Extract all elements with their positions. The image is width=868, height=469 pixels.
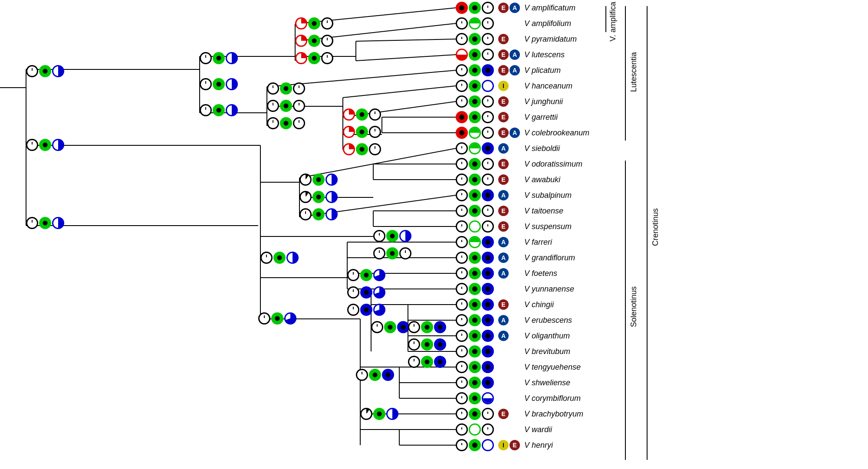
tip-row: EV junghunii xyxy=(456,95,563,108)
tip-state-triplet xyxy=(456,49,494,61)
internal-node xyxy=(373,247,411,259)
taxon-name: V brevitubum xyxy=(524,347,570,356)
tip-pie-1 xyxy=(456,423,468,436)
internal-node xyxy=(408,321,446,333)
node-pie-1 xyxy=(299,208,312,220)
node-pie-2 xyxy=(280,117,292,129)
node-pie-2 xyxy=(271,312,283,325)
node-pie-2 xyxy=(356,126,368,138)
tip-row: V tengyuehense xyxy=(456,361,581,373)
tip-pie-2 xyxy=(469,252,481,264)
clade-bar-solenotinus xyxy=(625,161,626,460)
tip-badges: EA xyxy=(498,3,522,13)
taxon-name: V subalpinum xyxy=(524,191,572,200)
tip-state-triplet xyxy=(456,64,494,76)
badge-E: E xyxy=(498,299,509,310)
internal-node xyxy=(347,304,385,316)
node-pie-1 xyxy=(260,252,273,264)
tip-pie-2 xyxy=(469,408,481,420)
tip-pie-3 xyxy=(482,158,494,170)
node-pie-1 xyxy=(26,139,38,151)
tip-row: IEV henryi xyxy=(456,439,553,451)
tip-pie-1 xyxy=(456,439,468,451)
clade-bar-amplifica xyxy=(605,6,606,32)
badge-A: A xyxy=(498,253,509,263)
tip-row: EV brachybotryum xyxy=(456,408,583,420)
node-pie-3 xyxy=(369,108,381,121)
taxon-name: V grandiflorum xyxy=(524,253,575,262)
tip-state-triplet xyxy=(456,95,494,108)
taxon-name: V junghunii xyxy=(524,97,563,106)
node-pie-2 xyxy=(384,321,396,333)
tip-row: V yunnanense xyxy=(456,283,574,295)
tip-pie-1 xyxy=(456,127,468,139)
tip-state-triplet xyxy=(456,298,494,311)
tip-pie-2 xyxy=(469,361,481,373)
taxon-name: V wardii xyxy=(524,425,552,434)
node-pie-1 xyxy=(347,304,359,316)
tip-row: AV grandiflorum xyxy=(456,252,575,264)
badge-I: I xyxy=(498,440,509,450)
node-pie-2 xyxy=(360,286,372,298)
tip-pie-3 xyxy=(482,220,494,233)
internal-node xyxy=(299,174,338,186)
node-pie-2 xyxy=(280,100,292,112)
internal-node xyxy=(347,286,385,298)
node-pie-3 xyxy=(52,139,64,151)
node-pie-2 xyxy=(421,321,433,333)
node-pie-2 xyxy=(312,208,325,220)
node-pie-3 xyxy=(399,247,411,259)
taxon-name: V yunnanense xyxy=(524,285,574,294)
taxon-name: V oliganthum xyxy=(524,331,570,341)
node-pie-3 xyxy=(373,286,385,298)
badge-E: E xyxy=(498,221,509,232)
tip-badges: E xyxy=(498,409,522,419)
badge-A: A xyxy=(498,268,509,279)
node-pie-1 xyxy=(408,321,420,333)
tip-pie-2 xyxy=(469,158,481,170)
internal-node xyxy=(360,408,398,420)
tip-pie-2 xyxy=(469,377,481,389)
badge-E: E xyxy=(498,206,509,216)
tip-badges: A xyxy=(498,143,522,154)
node-pie-3 xyxy=(293,117,305,129)
node-pie-3 xyxy=(373,304,385,316)
node-pie-2 xyxy=(39,139,51,151)
tip-pie-1 xyxy=(456,298,468,311)
tip-badges xyxy=(498,346,522,357)
tip-state-triplet xyxy=(456,236,494,248)
node-pie-1 xyxy=(200,52,212,64)
internal-node xyxy=(356,369,394,381)
tip-badges: E xyxy=(498,174,522,185)
clade-label-lutescentia: Lutescentia xyxy=(629,52,638,92)
internal-node xyxy=(295,17,333,30)
node-pie-2 xyxy=(369,369,381,381)
tip-row: AV erubescens xyxy=(456,314,572,326)
tip-pie-2 xyxy=(469,49,481,61)
tip-pie-2 xyxy=(469,392,481,404)
taxon-name: V amplifolium xyxy=(524,19,571,28)
tip-row: EV odoratissimum xyxy=(456,158,582,170)
tip-pie-1 xyxy=(456,283,468,295)
tip-pie-1 xyxy=(456,205,468,217)
internal-node xyxy=(267,82,305,95)
tip-state-triplet xyxy=(456,283,494,295)
tip-row: EAV lutescens xyxy=(456,49,565,61)
node-pie-1 xyxy=(295,17,307,30)
node-pie-1 xyxy=(299,191,312,203)
internal-node xyxy=(299,191,338,203)
node-pie-1 xyxy=(360,408,372,420)
node-pie-1 xyxy=(371,321,383,333)
clade-label-crenotinus: Crenotinus xyxy=(651,208,660,246)
tip-pie-3 xyxy=(482,283,494,295)
badge-E: E xyxy=(498,34,509,44)
clade-label-amplifica: V. amplifica xyxy=(608,2,618,41)
internal-node xyxy=(371,321,409,333)
badge-E: E xyxy=(498,96,509,107)
badge-A: A xyxy=(510,128,520,138)
node-pie-2 xyxy=(308,52,320,64)
taxon-name: V henryi xyxy=(524,441,553,450)
tip-pie-2 xyxy=(469,330,481,342)
node-pie-3 xyxy=(373,269,385,281)
tip-row: EV awabuki xyxy=(456,174,560,186)
